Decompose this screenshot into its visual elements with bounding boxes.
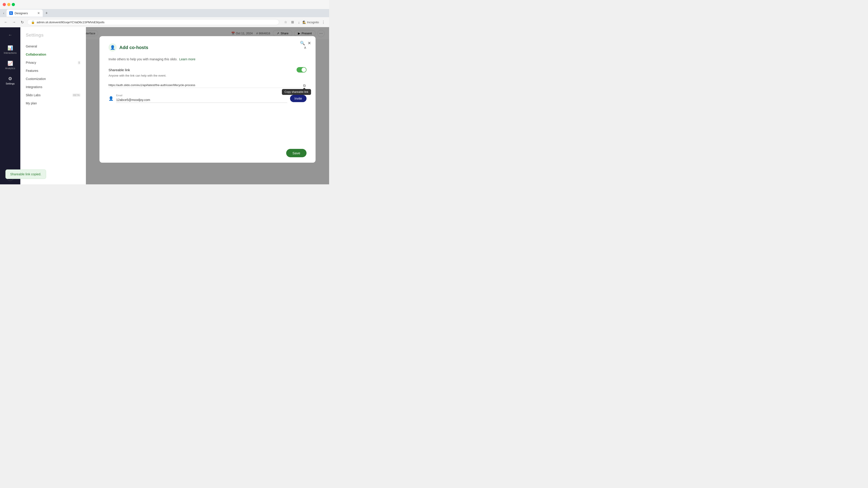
sidebar-item-analytics[interactable]: 📈 Analytics	[2, 58, 19, 72]
sidebar-item-settings[interactable]: ⚙ Settings	[2, 74, 19, 87]
tab-nav-prev[interactable]: ‹	[2, 10, 6, 16]
modal-overlay: Settings General Collaboration Privacy ℹ…	[20, 27, 329, 184]
slido-labs-row: Slido Labs BETA	[26, 93, 81, 97]
collapse-section-button[interactable]: ∧	[304, 45, 307, 50]
shareable-link-row: Shareable link	[108, 67, 307, 72]
shareable-link-label: Shareable link	[108, 68, 130, 72]
privacy-row: Privacy ℹ	[26, 61, 81, 64]
settings-nav-slido-labs[interactable]: Slido Labs BETA	[20, 91, 86, 99]
menu-button[interactable]: ⋮	[320, 19, 327, 25]
interactions-label: Interactions	[4, 52, 17, 54]
incognito-badge: 🕵 Incognito	[303, 21, 319, 24]
tab-favicon: S	[9, 11, 13, 15]
modal-search-button[interactable]: 🔍	[300, 41, 305, 46]
title-bar	[0, 0, 329, 9]
settings-icon: ⚙	[8, 76, 12, 81]
settings-nav-customization[interactable]: Customization	[20, 75, 86, 83]
url-text: admin.sli.do/event/8GoqeYCVaD6c1SPMVoE9/…	[37, 21, 275, 24]
active-tab[interactable]: S Designers ✕	[6, 9, 43, 17]
learn-more-link[interactable]: Learn more	[179, 57, 195, 61]
sidebar-back-button[interactable]: ←	[6, 31, 14, 39]
window-minimize-button[interactable]	[7, 3, 10, 6]
modal-dialog: 🔍 ✕ 👤 Add co-hosts ∧ Invite others to he…	[99, 36, 315, 163]
interactions-icon: 📊	[7, 45, 13, 51]
left-sidebar: ← 📊 Interactions 📈 Analytics ⚙ Settings …	[0, 27, 20, 184]
link-copy-row: https://auth.slido.com/eu1/api/latest/th…	[108, 83, 307, 89]
email-input-wrapper: Email	[116, 94, 287, 103]
window-close-button[interactable]	[3, 3, 6, 6]
modal-description: Invite others to help you with managing …	[108, 57, 307, 62]
url-bar[interactable]: 🔒 admin.sli.do/event/8GoqeYCVaD6c1SPMVoE…	[27, 19, 279, 25]
modal-section-title: Add co-hosts	[119, 45, 148, 50]
address-bar: ← → ↻ 🔒 admin.sli.do/event/8GoqeYCVaD6c1…	[0, 17, 329, 27]
settings-nav-my-plan[interactable]: My plan	[20, 99, 86, 107]
new-tab-button[interactable]: +	[43, 10, 50, 17]
modal-header-actions: 🔍 ✕	[300, 41, 311, 46]
shareable-link-toggle[interactable]	[297, 67, 307, 72]
slido-labs-badge: BETA	[72, 94, 81, 97]
settings-nav-features[interactable]: Features	[20, 67, 86, 75]
copy-tooltip: Copy shareable link	[282, 89, 311, 95]
forward-button[interactable]: →	[11, 19, 17, 25]
shareable-link-section: Shareable link Anyone with the link can …	[108, 67, 307, 77]
save-button[interactable]: Save	[286, 149, 307, 157]
settings-nav-collaboration[interactable]: Collaboration	[20, 51, 86, 59]
back-button[interactable]: ←	[3, 19, 9, 25]
toast-notification: Shareable link copied.	[5, 169, 46, 179]
toggle-knob	[302, 68, 306, 72]
analytics-label: Analytics	[5, 67, 15, 70]
tab-bar: ‹ S Designers ✕ +	[0, 9, 329, 17]
download-button[interactable]: ↓	[297, 20, 301, 25]
analytics-icon: 📈	[7, 61, 13, 66]
modal-section-header: 👤 Add co-hosts ∧	[108, 43, 307, 52]
invite-section: 👤 Email Invite	[108, 94, 307, 103]
settings-nav-general[interactable]: General	[20, 42, 86, 51]
invite-button[interactable]: Invite	[290, 95, 307, 102]
person-icon: 👤	[108, 96, 114, 101]
tab-close-button[interactable]: ✕	[37, 11, 40, 15]
settings-nav-integrations[interactable]: Integrations	[20, 83, 86, 91]
tab-title: Designers	[15, 11, 28, 15]
app-container: ← 📊 Interactions 📈 Analytics ⚙ Settings …	[0, 27, 329, 184]
settings-nav-privacy[interactable]: Privacy ℹ	[20, 59, 86, 67]
window-controls	[3, 3, 15, 6]
email-input[interactable]	[116, 97, 287, 103]
modal-footer: Save	[286, 149, 307, 157]
settings-panel-title: Settings	[20, 33, 86, 42]
co-hosts-icon: 👤	[108, 43, 117, 52]
sidebar-item-interactions[interactable]: 📊 Interactions	[2, 43, 19, 57]
settings-label: Settings	[6, 82, 15, 85]
reload-button[interactable]: ↻	[19, 19, 25, 25]
email-label: Email	[116, 94, 287, 97]
shareable-link-description: Anyone with the link can help with the e…	[108, 74, 307, 77]
toast-message: Shareable link copied.	[10, 172, 41, 176]
shareable-link-url: https://auth.slido.com/eu1/api/latest/th…	[108, 84, 301, 88]
browser-chrome: ‹ S Designers ✕ + ← → ↻ 🔒 admin.sli.do/e…	[0, 0, 329, 27]
section-title-row: 👤 Add co-hosts	[108, 43, 148, 52]
browser-actions: ☆ ⊞ ↓ 🕵 Incognito ⋮	[283, 19, 327, 25]
modal-close-button[interactable]: ✕	[308, 41, 311, 46]
settings-sidebar: Settings General Collaboration Privacy ℹ…	[20, 27, 86, 184]
bookmark-button[interactable]: ☆	[283, 19, 288, 25]
extensions-button[interactable]: ⊞	[290, 19, 296, 25]
window-maximize-button[interactable]	[12, 3, 15, 6]
privacy-badge: ℹ	[78, 61, 81, 64]
